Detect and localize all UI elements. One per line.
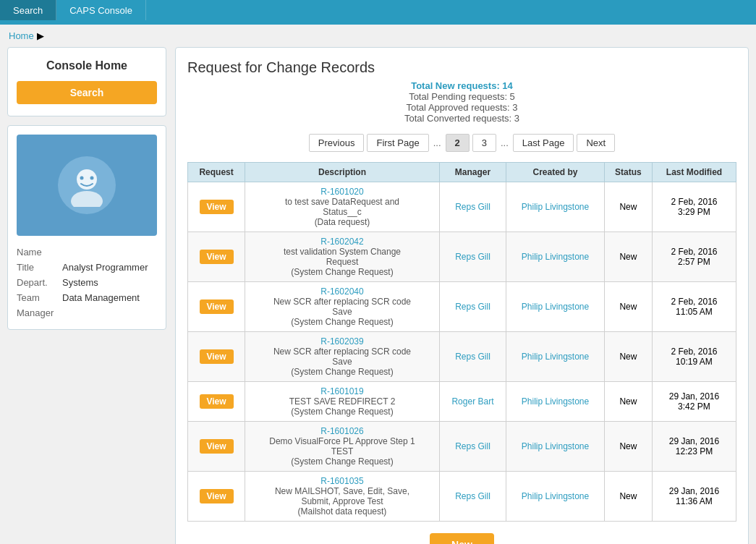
user-manager-row: Manager [17, 305, 157, 320]
last-modified-cell: 2 Feb, 20163:29 PM [652, 182, 736, 232]
col-description: Description [245, 163, 440, 182]
status-cell: New [604, 422, 652, 472]
svg-point-2 [80, 177, 84, 180]
request-cell: View [188, 382, 245, 422]
col-manager: Manager [439, 163, 506, 182]
status-cell: New [604, 332, 652, 382]
table-row: ViewR-1602039New SCR after replacing SCR… [188, 332, 736, 382]
sidebar-console-panel: Console Home Search [7, 47, 166, 116]
bottom-bar: New [187, 533, 736, 544]
manager-cell: Reps Gill [439, 472, 506, 522]
view-button[interactable]: View [200, 439, 234, 454]
user-team-label: Team [17, 292, 56, 303]
description-cell: R-1601035New MAILSHOT, Save, Edit, Save,… [245, 472, 440, 522]
breadcrumb-sep: ▶ [37, 30, 44, 41]
manager-cell: Reps Gill [439, 332, 506, 382]
description-cell: R-1602042test validation System ChangeRe… [245, 232, 440, 282]
created-by-cell: Philip Livingstone [506, 332, 605, 382]
last-modified-cell: 2 Feb, 201610:19 AM [652, 332, 736, 382]
view-button[interactable]: View [200, 299, 234, 314]
table-row: ViewR-1601026Demo VisualForce PL Approve… [188, 422, 736, 472]
avatar-icon [65, 163, 109, 207]
status-cell: New [604, 382, 652, 422]
request-cell: View [188, 422, 245, 472]
nav-tab-caps-console[interactable]: CAPS Console [56, 0, 146, 20]
svg-point-3 [90, 177, 94, 180]
dots-left: ... [432, 137, 443, 148]
summary-pending: Total Pending requests: 5 [187, 91, 736, 102]
user-dept-value: Systems [62, 277, 98, 288]
user-panel: Name Title Analyst Programmer Depart. Sy… [7, 125, 166, 330]
manager-cell: Reps Gill [439, 232, 506, 282]
request-cell: View [188, 332, 245, 382]
records-table: Request Description Manager Created by S… [187, 162, 736, 522]
user-title-label: Title [17, 262, 56, 273]
table-row: ViewR-1601035New MAILSHOT, Save, Edit, S… [188, 472, 736, 522]
col-last-modified: Last Modified [652, 163, 736, 182]
pagination: Previous First Page ... 2 3 ... Last Pag… [187, 134, 736, 152]
user-manager-label: Manager [17, 307, 56, 318]
description-cell: R-1602039New SCR after replacing SCR cod… [245, 332, 440, 382]
layout: Console Home Search Name [0, 47, 756, 544]
last-modified-cell: 29 Jan, 201611:36 AM [652, 472, 736, 522]
created-by-cell: Philip Livingstone [506, 422, 605, 472]
last-modified-cell: 29 Jan, 201612:23 PM [652, 422, 736, 472]
created-by-cell: Philip Livingstone [506, 472, 605, 522]
next-button[interactable]: Next [577, 134, 615, 152]
user-title-row: Title Analyst Programmer [17, 260, 157, 275]
main-content: Request for Change Records Total New req… [175, 47, 749, 544]
description-cell: R-1601026Demo VisualForce PL Approve Ste… [245, 422, 440, 472]
top-nav: Search CAPS Console [0, 0, 756, 20]
user-team-value: Data Management [62, 292, 140, 303]
manager-cell: Reps Gill [439, 182, 506, 232]
dots-right: ... [499, 137, 510, 148]
description-cell: R-1601019TEST SAVE REDFIRECT 2(System Ch… [245, 382, 440, 422]
page-2-button[interactable]: 2 [446, 134, 470, 152]
prev-button[interactable]: Previous [309, 134, 365, 152]
view-button[interactable]: View [200, 200, 234, 214]
avatar-box [17, 135, 157, 236]
manager-cell: Reps Gill [439, 422, 506, 472]
user-dept-label: Depart. [17, 277, 56, 288]
created-by-cell: Philip Livingstone [506, 282, 605, 332]
status-cell: New [604, 182, 652, 232]
description-cell: R-1601020to test save DataRequest andSta… [245, 182, 440, 232]
col-request: Request [188, 163, 245, 182]
request-cell: View [188, 472, 245, 522]
user-team-row: Team Data Management [17, 290, 157, 305]
view-button[interactable]: View [200, 489, 234, 503]
summary-stats: Total New requests: 14 Total Pending req… [187, 80, 736, 124]
created-by-cell: Philip Livingstone [506, 382, 605, 422]
last-page-button[interactable]: Last Page [513, 134, 574, 152]
manager-cell: Reps Gill [439, 282, 506, 332]
last-modified-cell: 2 Feb, 201611:05 AM [652, 282, 736, 332]
sidebar: Console Home Search Name [7, 47, 166, 544]
user-name-label: Name [17, 247, 56, 258]
request-cell: View [188, 182, 245, 232]
sidebar-title: Console Home [17, 59, 157, 72]
breadcrumb-home[interactable]: Home [9, 30, 34, 41]
view-button[interactable]: View [200, 394, 234, 409]
new-button[interactable]: New [430, 533, 494, 544]
svg-point-1 [71, 191, 103, 207]
summary-new: Total New requests: 14 [187, 80, 736, 91]
request-cell: View [188, 282, 245, 332]
description-cell: R-1602040New SCR after replacing SCR cod… [245, 282, 440, 332]
view-button[interactable]: View [200, 250, 234, 264]
created-by-cell: Philip Livingstone [506, 232, 605, 282]
status-cell: New [604, 232, 652, 282]
created-by-cell: Philip Livingstone [506, 182, 605, 232]
first-page-button[interactable]: First Page [367, 134, 428, 152]
user-info: Name Title Analyst Programmer Depart. Sy… [17, 245, 157, 320]
last-modified-cell: 29 Jan, 20163:42 PM [652, 382, 736, 422]
manager-cell: Roger Bart [439, 382, 506, 422]
nav-tab-search[interactable]: Search [0, 0, 56, 20]
summary-approved: Total Approved requests: 3 [187, 102, 736, 113]
search-button[interactable]: Search [17, 81, 157, 104]
view-button[interactable]: View [200, 349, 234, 364]
page-3-button[interactable]: 3 [472, 134, 496, 152]
table-row: ViewR-1601020to test save DataRequest an… [188, 182, 736, 232]
col-status: Status [604, 163, 652, 182]
table-header-row: Request Description Manager Created by S… [188, 163, 736, 182]
status-cell: New [604, 472, 652, 522]
